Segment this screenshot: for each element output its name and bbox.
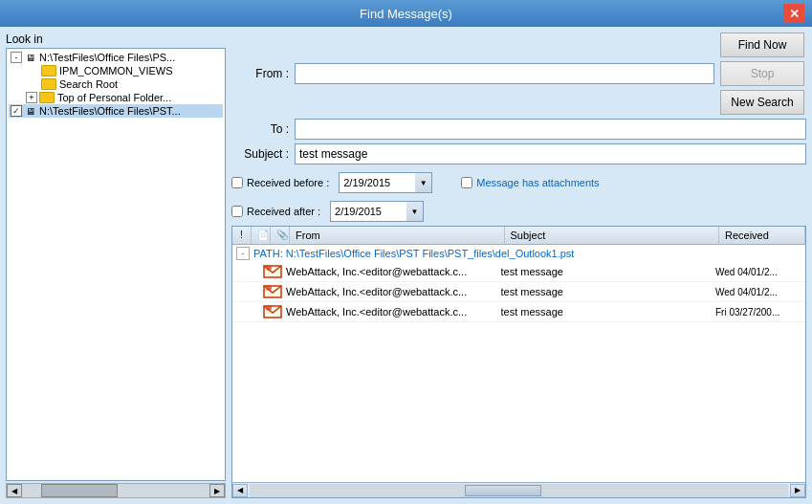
folder-icon-top: [39, 92, 55, 103]
to-row: To :: [231, 119, 806, 140]
received-before-date-input[interactable]: [339, 172, 415, 193]
table-row[interactable]: WebAttack, Inc.<editor@webattack.c... te…: [232, 262, 805, 282]
scrollbar-handle[interactable]: [465, 485, 541, 496]
table-row[interactable]: WebAttack, Inc.<editor@webattack.c... te…: [232, 302, 805, 322]
received-after-label: Received after :: [247, 206, 320, 217]
result-subject-3: test message: [501, 306, 716, 318]
folder-icon-ipm: [41, 65, 56, 77]
attachments-checkbox-label: Message has attachments: [461, 177, 599, 188]
subject-label: Subject :: [231, 147, 289, 161]
to-input[interactable]: [295, 119, 806, 140]
col-header-doc[interactable]: 📄: [252, 227, 271, 244]
tree-label-ipm: IPM_COMMON_VIEWS: [59, 65, 173, 77]
tree-checkbox-file[interactable]: [11, 105, 22, 117]
left-panel: Look in - 🖥 N:\TestFiles\Office Files\PS…: [6, 33, 226, 498]
new-search-button[interactable]: New Search: [720, 90, 804, 115]
title-bar: Find Message(s) ✕: [0, 0, 812, 27]
email-icon-3: [263, 304, 282, 319]
tree-label-file: N:\TestFiles\Office Files\PST...: [39, 105, 181, 117]
results-body: - PATH: N:\TestFiles\Office Files\PST Fi…: [232, 245, 805, 482]
scroll-arrow-right[interactable]: ▶: [790, 484, 805, 497]
to-label: To :: [231, 122, 289, 136]
results-section: ! 📄 📎 From Subject Received - PATH: N:\T…: [231, 226, 806, 498]
right-panel: From : Find Now Stop New Search To : Sub…: [231, 33, 806, 498]
scrollbar-track[interactable]: [250, 484, 788, 497]
subject-row: Subject :: [231, 143, 806, 164]
path-row[interactable]: - PATH: N:\TestFiles\Office Files\PST Fi…: [232, 245, 805, 262]
result-subject-1: test message: [501, 266, 716, 277]
form-section: From : Find Now Stop New Search To : Sub…: [231, 33, 806, 222]
folder-icon-search: [41, 78, 56, 90]
svg-point-3: [266, 285, 272, 291]
result-from-3: WebAttack, Inc.<editor@webattack.c...: [286, 306, 501, 318]
received-after-date-group: ▼: [330, 201, 424, 222]
received-before-label: Received before :: [247, 177, 329, 188]
find-now-button[interactable]: Find Now: [720, 33, 804, 57]
svg-point-1: [266, 265, 272, 271]
path-expander[interactable]: -: [236, 247, 250, 260]
received-after-row: Received after :: [231, 206, 320, 217]
result-received-3: Fri 03/27/200...: [715, 307, 801, 318]
tree-label-top: Top of Personal Folder...: [57, 92, 171, 103]
table-row[interactable]: WebAttack, Inc.<editor@webattack.c... te…: [232, 282, 805, 302]
scroll-arrow-left[interactable]: ◀: [232, 484, 248, 497]
tree-item-top[interactable]: + Top of Personal Folder...: [9, 91, 223, 104]
col-header-excl[interactable]: !: [232, 227, 252, 244]
col-header-subject[interactable]: Subject: [505, 227, 720, 244]
received-before-checkbox[interactable]: [231, 177, 243, 188]
close-button[interactable]: ✕: [783, 4, 804, 23]
tree-item-file[interactable]: 🖥 N:\TestFiles\Office Files\PST...: [9, 104, 223, 118]
email-icon-2: [263, 284, 282, 299]
scrollbar-thumb[interactable]: [41, 484, 118, 497]
col-header-clip[interactable]: 📎: [271, 227, 290, 244]
received-after-dropdown[interactable]: ▼: [406, 201, 424, 222]
tree-scrollbar[interactable]: ◀ ▶: [6, 483, 226, 498]
received-before-row: Received before :: [231, 177, 329, 188]
received-after-checkbox[interactable]: [231, 206, 243, 217]
result-from-2: WebAttack, Inc.<editor@webattack.c...: [286, 286, 501, 297]
from-input[interactable]: [295, 63, 714, 84]
look-in-label: Look in: [6, 33, 226, 46]
tree-label-search: Search Root: [59, 78, 118, 90]
window-title: Find Message(s): [29, 7, 783, 21]
results-scrollbar[interactable]: ◀ ▶: [232, 482, 805, 497]
received-after-date-input[interactable]: [330, 201, 406, 222]
tree-item-search[interactable]: Search Root: [9, 77, 223, 91]
col-header-from[interactable]: From: [290, 227, 505, 244]
scrollbar-arrow-left[interactable]: ◀: [7, 484, 22, 497]
result-received-1: Wed 04/01/2...: [715, 267, 801, 277]
from-row: From : Find Now Stop New Search: [231, 33, 806, 115]
subject-input[interactable]: [295, 143, 806, 164]
results-header: ! 📄 📎 From Subject Received: [232, 227, 805, 245]
computer-icon: 🖥: [24, 52, 37, 63]
scrollbar-arrow-right[interactable]: ▶: [209, 484, 225, 497]
result-from-1: WebAttack, Inc.<editor@webattack.c...: [286, 266, 501, 277]
svg-point-5: [266, 305, 272, 311]
pc-icon-file: 🖥: [24, 105, 37, 117]
attachments-label: Message has attachments: [476, 177, 599, 188]
from-label: From :: [231, 67, 289, 80]
tree-label-root: N:\TestFiles\Office Files\PS...: [39, 52, 175, 63]
tree-item-ipm[interactable]: IPM_COMMON_VIEWS: [9, 64, 223, 77]
received-before-date-group: ▼: [339, 172, 432, 193]
tree-expander-root[interactable]: -: [11, 52, 22, 63]
main-content: Look in - 🖥 N:\TestFiles\Office Files\PS…: [0, 27, 812, 504]
tree-item-root[interactable]: - 🖥 N:\TestFiles\Office Files\PS...: [9, 51, 223, 64]
result-subject-2: test message: [501, 286, 716, 297]
tree-expander-top[interactable]: +: [26, 92, 37, 103]
received-before-dropdown[interactable]: ▼: [415, 172, 432, 193]
attachments-checkbox[interactable]: [461, 177, 472, 188]
button-panel: Find Now Stop New Search: [720, 33, 806, 115]
path-text: PATH: N:\TestFiles\Office Files\PST File…: [253, 248, 574, 259]
result-received-2: Wed 04/01/2...: [715, 287, 801, 297]
stop-button[interactable]: Stop: [720, 61, 804, 86]
tree-container: - 🖥 N:\TestFiles\Office Files\PS... IPM_…: [6, 48, 226, 481]
col-header-received[interactable]: Received: [719, 227, 805, 244]
email-icon-1: [263, 264, 282, 279]
